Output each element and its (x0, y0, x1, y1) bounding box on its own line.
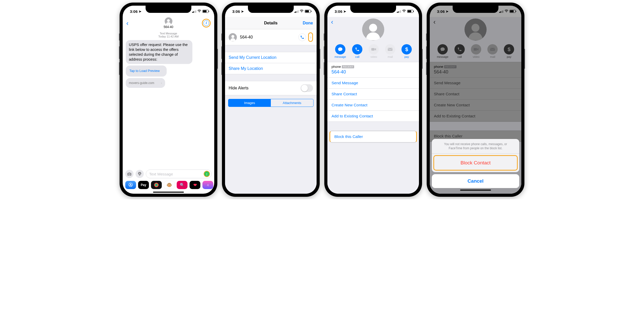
contact-avatar[interactable] (165, 17, 172, 25)
info-button[interactable]: i (203, 20, 209, 26)
hide-alerts-row: Hide Alerts (225, 81, 317, 95)
preview-bubble[interactable]: Tap to Load Preview (126, 66, 167, 77)
activity-icon[interactable] (151, 181, 162, 189)
block-caller-button[interactable]: Block this Caller (329, 130, 417, 143)
share-location-button[interactable]: Share My Location (225, 63, 317, 74)
location-icon: ➤ (139, 10, 141, 13)
svg-rect-5 (371, 48, 375, 51)
home-indicator[interactable] (460, 190, 491, 191)
wifi-icon (300, 9, 304, 13)
svg-point-3 (155, 184, 158, 186)
contact-name: 564-40 (164, 25, 173, 29)
battery-icon (202, 10, 209, 13)
apps-button[interactable]: A (136, 170, 144, 178)
battery-icon (407, 10, 413, 13)
share-contact-button[interactable]: Share Contact (327, 89, 419, 100)
notch (248, 6, 294, 13)
action-video: video (369, 44, 379, 58)
segmented-control[interactable]: Images Attachments (228, 99, 314, 107)
contact-avatar-large (362, 18, 384, 41)
action-pay[interactable]: $pay (401, 44, 412, 58)
action-message[interactable]: message (335, 44, 346, 58)
block-contact-button[interactable]: Block Contact (434, 156, 517, 170)
phone-frame-3: 3:06➤ ‹ message call video mail $pay pho… (324, 3, 422, 197)
music-icon[interactable]: ♫ (202, 181, 213, 189)
svg-point-4 (156, 184, 157, 186)
notch (350, 6, 396, 13)
status-time: 3:06 (130, 9, 138, 14)
svg-text:A: A (139, 173, 140, 175)
action-mail: mail (385, 44, 395, 58)
chevron-right-icon[interactable]: › (310, 34, 311, 40)
animoji-icon[interactable]: 🐵 (164, 181, 175, 189)
svg-rect-6 (388, 48, 392, 51)
nav-bar: ‹ 564-40 i (123, 17, 214, 29)
link-attachment[interactable]: movers-guide.com › (126, 78, 165, 88)
cancel-button[interactable]: Cancel (432, 174, 519, 188)
camera-button[interactable] (125, 170, 133, 178)
highlight-chevron: › (308, 32, 313, 42)
add-existing-button[interactable]: Add to Existing Contact (327, 111, 419, 122)
home-indicator[interactable] (153, 192, 184, 193)
chevron-right-icon: › (161, 81, 162, 85)
notch (453, 6, 498, 13)
message-meta: Text Message Today 11:42 AM (126, 32, 211, 38)
location-icon: ➤ (241, 10, 244, 13)
contact-avatar (229, 33, 237, 41)
done-button[interactable]: Done (303, 21, 313, 25)
message-input[interactable]: Text Message ↑ (146, 170, 212, 178)
phone-frame-2: 3:06➤ Details Done 564-40 › Send My Cur (222, 3, 320, 197)
cellular-icon (294, 10, 299, 13)
app-tray[interactable]: Ⓐ Pay 🐵 🔍 ❤ ♫ (123, 180, 214, 190)
location-icon: ➤ (343, 10, 346, 13)
heart-app-icon[interactable]: ❤ (190, 181, 200, 189)
phone-frame-4: 3:06➤ ‹ message call video mail $pay pho… (427, 3, 524, 197)
wifi-icon (197, 9, 201, 13)
send-message-button[interactable]: Send Message (327, 78, 419, 89)
phone-frame-1: 3:06➤ ‹ 564-40 i Text Message (120, 3, 217, 197)
phone-field[interactable]: phoneRECENT 564-40 (327, 62, 419, 78)
notch (146, 6, 191, 13)
compose-bar: A Text Message ↑ (123, 168, 214, 180)
wifi-icon (402, 9, 406, 13)
back-button[interactable]: ‹ (126, 19, 129, 27)
action-sheet: You will not receive phone calls, messag… (432, 139, 519, 192)
send-location-button[interactable]: Send My Current Location (225, 52, 317, 63)
seg-images[interactable]: Images (228, 99, 271, 107)
create-contact-button[interactable]: Create New Contact (327, 100, 419, 111)
seg-attachments[interactable]: Attachments (271, 99, 313, 107)
send-button[interactable]: ↑ (204, 171, 210, 177)
battery-icon (305, 10, 311, 13)
cellular-icon (192, 10, 196, 13)
action-call[interactable]: call (352, 44, 362, 58)
details-title: Details (264, 21, 278, 25)
action-row: message call video mail $pay (327, 42, 419, 62)
call-button[interactable] (298, 33, 306, 41)
search-icon[interactable]: 🔍 (177, 181, 187, 189)
hide-alerts-toggle[interactable] (301, 84, 313, 92)
applepay-icon[interactable]: Pay (138, 181, 149, 189)
recent-badge: RECENT (342, 65, 354, 68)
back-button[interactable]: ‹ (331, 18, 333, 26)
appstore-icon[interactable]: Ⓐ (125, 181, 136, 189)
highlight-info: i (202, 19, 211, 27)
cellular-icon (397, 10, 401, 13)
nav-bar: Details Done (225, 17, 317, 29)
message-bubble[interactable]: USPS offer request: Please use the link … (126, 40, 192, 64)
sheet-message: You will not receive phone calls, messag… (432, 139, 519, 154)
contact-row[interactable]: 564-40 › (225, 29, 317, 45)
